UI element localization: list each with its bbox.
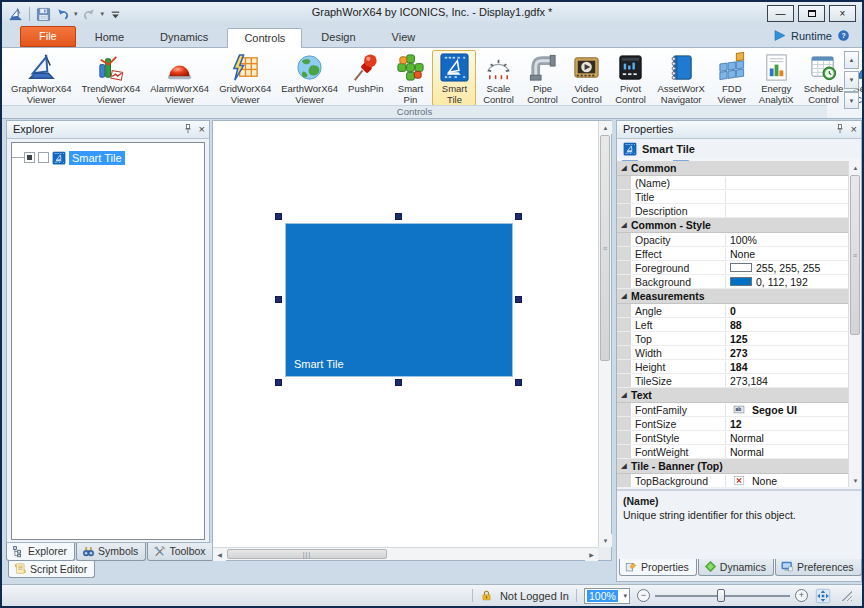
property-value[interactable]: None (726, 475, 848, 487)
tab-dynamics[interactable]: Dynamics (698, 559, 774, 576)
smart-tile-object[interactable]: Smart Tile (286, 224, 512, 376)
ribbon-button-video-control[interactable]: VideoControl (564, 50, 608, 106)
scroll-down-icon[interactable]: ▼ (849, 474, 861, 487)
maximize-button[interactable] (798, 5, 825, 22)
ribbon-scroll-down-icon[interactable]: ▼ (844, 71, 859, 89)
zoom-fit-icon[interactable] (815, 588, 831, 604)
zoom-in-icon[interactable]: + (795, 589, 808, 602)
ribbon-button-energy-analytix[interactable]: EnergyAnalytiX (754, 50, 799, 106)
ribbon-button-pipe-control[interactable]: PipeControl (520, 50, 564, 106)
vertical-scroll-thumb[interactable]: ≡ (600, 135, 610, 361)
close-panel-icon[interactable]: × (199, 123, 205, 135)
ribbon-button-trendworx64-viewer[interactable]: TrendWorX64Viewer (77, 50, 146, 106)
ribbon-button-earthworx64-viewer[interactable]: EarthWorX64Viewer (276, 50, 343, 106)
property-grid-scrollbar[interactable]: ▲ ≡ ▼ (848, 161, 861, 487)
property-category-common-style[interactable]: ◢Common - Style (617, 218, 848, 233)
app-logo-icon[interactable] (8, 7, 23, 22)
close-button[interactable]: × (829, 5, 856, 22)
undo-button[interactable] (55, 7, 70, 22)
property-value[interactable]: 273,184 (726, 375, 848, 387)
tab-controls[interactable]: Controls (227, 28, 302, 48)
property-value[interactable]: 100% (726, 234, 848, 246)
property-category-text[interactable]: ◢Text (617, 388, 848, 403)
zoom-dropdown-icon[interactable]: ▾ (623, 592, 627, 600)
tab-toolbox[interactable]: Toolbox (147, 543, 213, 561)
save-button[interactable] (36, 7, 51, 22)
ribbon-button-assetworx-navigator[interactable]: AssetWorXNavigator (652, 50, 709, 106)
property-value[interactable]: 184 (726, 361, 848, 373)
property-value[interactable]: abSegoe UI (726, 404, 848, 416)
ribbon-button-scale-control[interactable]: ScaleControl (476, 50, 520, 106)
property-value[interactable]: 0, 112, 192 (726, 276, 848, 288)
customize-qat-icon[interactable] (108, 7, 123, 22)
property-value[interactable]: 88 (726, 319, 848, 331)
close-panel-icon[interactable]: × (851, 123, 857, 135)
property-value[interactable]: 273 (726, 347, 848, 359)
selection-handle-w[interactable] (275, 296, 282, 303)
zoom-combobox[interactable]: 100% ▾ (584, 588, 630, 604)
pin-panel-icon[interactable] (182, 123, 194, 135)
visibility-toggle[interactable] (24, 152, 35, 163)
zoom-slider-track[interactable] (655, 589, 790, 602)
scroll-left-icon[interactable]: ◀ (213, 548, 226, 561)
tab-dynamics[interactable]: Dynamics (143, 27, 225, 47)
property-value[interactable]: 12 (726, 418, 848, 430)
ribbon-button-schedule-control[interactable]: ScheduleControl (799, 50, 849, 106)
ribbon-button-smart-pin[interactable]: SmartPin (388, 50, 432, 106)
property-category-measurements[interactable]: ◢Measurements (617, 289, 848, 304)
ribbon-expand-icon[interactable]: ▼ (844, 91, 859, 109)
explorer-tree[interactable]: Smart Tile (11, 142, 205, 540)
help-icon[interactable]: ? (837, 29, 850, 42)
selection-handle-sw[interactable] (275, 379, 282, 386)
scroll-right-icon[interactable]: ▶ (585, 548, 598, 561)
property-value[interactable]: Normal (726, 446, 848, 458)
pin-panel-icon[interactable] (834, 123, 846, 135)
ribbon-button-smart-tile[interactable]: SmartTile (432, 50, 476, 106)
tree-item-smart-tile[interactable]: Smart Tile (12, 149, 125, 166)
redo-button[interactable] (82, 7, 97, 22)
canvas-horizontal-scrollbar[interactable]: ◀ ||| ▶ (213, 547, 598, 560)
scroll-up-icon[interactable]: ▲ (849, 161, 861, 174)
tab-symbols[interactable]: Symbols (76, 543, 146, 561)
tab-script-editor[interactable]: Script Editor (8, 561, 95, 578)
minimize-button[interactable]: — (767, 5, 794, 22)
ribbon-scroll-up-icon[interactable]: ▲ (844, 51, 859, 69)
property-value[interactable]: 125 (726, 333, 848, 345)
zoom-slider-thumb[interactable] (717, 589, 725, 602)
tab-view[interactable]: View (375, 27, 433, 47)
selection-handle-ne[interactable] (515, 213, 522, 220)
horizontal-scroll-thumb[interactable]: ||| (227, 549, 387, 559)
scroll-down-icon[interactable]: ▼ (599, 534, 612, 547)
selection-handle-nw[interactable] (275, 213, 282, 220)
property-value[interactable]: 255, 255, 255 (726, 262, 848, 274)
ribbon-button-fdd-viewer[interactable]: FDDViewer (710, 50, 754, 106)
canvas-vertical-scrollbar[interactable]: ▲ ≡ ▼ (598, 121, 611, 547)
tab-properties[interactable]: Properties (619, 559, 697, 576)
property-category-common[interactable]: ◢Common (617, 161, 848, 176)
ribbon-button-gridworx64-viewer[interactable]: GridWorX64Viewer (214, 50, 276, 106)
resize-grip[interactable] (842, 591, 852, 601)
vertical-scroll-thumb[interactable]: ≡ (850, 175, 860, 335)
selection-handle-se[interactable] (515, 379, 522, 386)
redo-dropdown-icon[interactable]: ▾ (101, 10, 105, 18)
property-value[interactable]: None (726, 248, 848, 260)
runtime-label[interactable]: Runtime (791, 30, 832, 42)
property-category-tile-banner-top-[interactable]: ◢Tile - Banner (Top) (617, 459, 848, 474)
tab-file[interactable]: File (20, 26, 76, 47)
ribbon-button-alarmworx64-viewer[interactable]: AlarmWorX64Viewer (145, 50, 214, 106)
selection-handle-e[interactable] (515, 296, 522, 303)
tab-preferences[interactable]: Preferences (775, 559, 862, 576)
item-checkbox[interactable] (38, 152, 49, 163)
ribbon-button-graphworx64-viewer[interactable]: GraphWorX64Viewer (6, 50, 77, 106)
selection-handle-n[interactable] (395, 213, 402, 220)
tab-design[interactable]: Design (304, 27, 372, 47)
tab-explorer[interactable]: Explorer (6, 543, 75, 561)
property-value[interactable]: 0 (726, 305, 848, 317)
ribbon-button-pivot-control[interactable]: PivotControl (608, 50, 652, 106)
tab-home[interactable]: Home (78, 27, 141, 47)
ribbon-button-pushpin[interactable]: PushPin (343, 50, 388, 106)
undo-dropdown-icon[interactable]: ▾ (74, 10, 78, 18)
zoom-out-icon[interactable]: − (637, 589, 650, 602)
selection-handle-s[interactable] (395, 379, 402, 386)
property-value[interactable]: Normal (726, 432, 848, 444)
